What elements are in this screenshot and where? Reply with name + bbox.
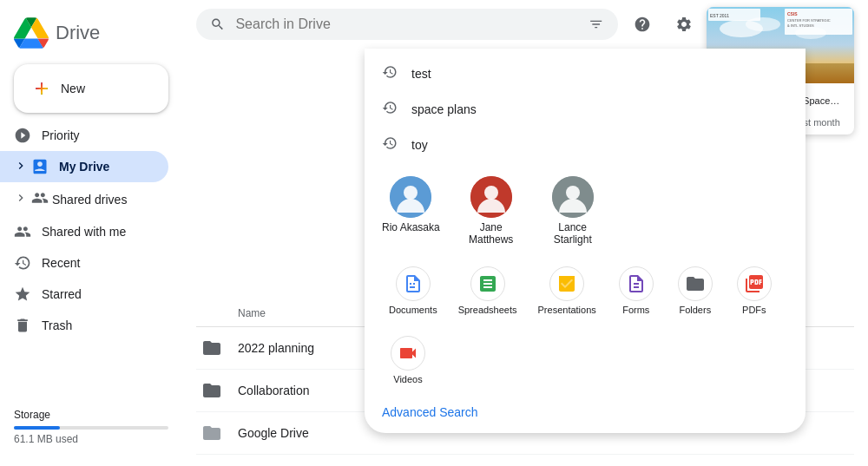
shared-with-me-icon <box>14 223 31 240</box>
recent-label: Recent <box>42 256 80 270</box>
new-plus-icon <box>31 78 52 99</box>
storage-label: Storage <box>14 409 168 421</box>
type-filters: Documents Spreadsheets Presentations <box>365 253 806 398</box>
sidebar-item-starred[interactable]: Starred <box>0 279 168 310</box>
filter-documents-icon <box>396 266 431 301</box>
recent-search-text-2: toy <box>411 138 428 152</box>
sidebar-item-shared-with-me[interactable]: Shared with me <box>0 216 168 247</box>
recent-search-item-0[interactable]: test <box>365 56 806 91</box>
filter-pdfs[interactable]: PDFs <box>728 259 780 322</box>
person-avatar-image-1 <box>470 176 512 218</box>
svg-text:EST 2011: EST 2011 <box>710 13 729 18</box>
sidebar: Drive New Priority <box>0 0 182 466</box>
new-button-label: New <box>61 82 85 95</box>
my-drive-label: My Drive <box>59 160 109 174</box>
filter-folders-icon <box>678 266 713 301</box>
my-drive-arrow <box>14 159 21 175</box>
search-dropdown: test space plans toy <box>365 49 806 433</box>
person-0[interactable]: Rio Akasaka <box>382 176 440 246</box>
person-avatar-image-0 <box>390 176 431 218</box>
search-bar[interactable] <box>196 9 618 40</box>
filter-videos-icon <box>391 336 425 371</box>
recent-icon <box>14 254 31 272</box>
logo-area: Drive <box>0 7 182 64</box>
folder-icon-2 <box>196 417 227 449</box>
filter-spreadsheets-icon <box>470 266 505 301</box>
advanced-search: Advanced Search <box>365 398 806 426</box>
storage-bar-bg <box>14 426 168 430</box>
filter-videos-label: Videos <box>393 374 422 384</box>
starred-label: Starred <box>42 287 82 301</box>
shared-with-me-label: Shared with me <box>42 225 126 239</box>
shared-drives-label: Shared drives <box>52 193 127 207</box>
settings-button[interactable] <box>667 7 701 42</box>
recent-search-text-0: test <box>411 67 431 81</box>
new-button[interactable]: New <box>14 64 168 113</box>
svg-text:CENTER FOR STRATEGIC: CENTER FOR STRATEGIC <box>787 18 831 23</box>
storage-section: Storage 61.1 MB used <box>0 395 182 459</box>
search-filter-icon[interactable] <box>589 16 603 33</box>
storage-used: 61.1 MB used <box>14 433 168 445</box>
trash-icon <box>14 317 31 334</box>
filter-presentations-label: Presentations <box>538 305 596 315</box>
clock-icon-2 <box>382 135 398 154</box>
person-2[interactable]: Lance Starlight <box>542 176 603 246</box>
person-avatar-0 <box>390 176 431 218</box>
shared-drives-icon <box>31 189 49 209</box>
person-name-0: Rio Akasaka <box>382 221 440 233</box>
svg-point-7 <box>566 186 580 200</box>
main-area: Google U test space plans <box>182 0 868 466</box>
sidebar-item-priority[interactable]: Priority <box>0 120 168 151</box>
recent-search-text-1: space plans <box>411 102 477 116</box>
person-avatar-image-2 <box>552 176 594 218</box>
priority-icon <box>14 127 31 144</box>
person-name-2: Lance Starlight <box>542 221 603 246</box>
svg-point-3 <box>404 186 418 200</box>
filter-pdfs-label: PDFs <box>742 305 766 315</box>
help-icon <box>634 16 651 33</box>
filter-folders-label: Folders <box>679 305 711 315</box>
search-icon <box>210 16 225 33</box>
filter-documents[interactable]: Documents <box>382 259 444 322</box>
sidebar-item-shared-drives[interactable]: Shared drives <box>0 182 168 216</box>
person-avatar-1 <box>470 176 512 218</box>
person-name-1: Jane Matthews <box>461 221 522 246</box>
person-avatar-2 <box>552 176 594 218</box>
filter-forms-label: Forms <box>622 305 649 315</box>
my-drive-icon <box>31 158 49 175</box>
storage-bar-fill <box>14 426 60 430</box>
settings-icon <box>675 16 693 33</box>
folder-icon-3 <box>196 460 227 466</box>
priority-label: Priority <box>42 128 80 142</box>
recent-search-item-2[interactable]: toy <box>365 127 806 162</box>
filter-spreadsheets[interactable]: Spreadsheets <box>451 259 524 322</box>
table-row[interactable]: Test me Sep 17, 2021 — <box>196 455 854 466</box>
folder-icon-0 <box>196 332 227 364</box>
logo-text: Drive <box>56 22 100 44</box>
people-section: Rio Akasaka Jane Matthews <box>365 169 806 253</box>
shared-drives-arrow <box>14 191 28 207</box>
svg-text:& INTL STUDIES: & INTL STUDIES <box>787 23 814 28</box>
search-input[interactable] <box>235 16 578 32</box>
filter-folders[interactable]: Folders <box>669 259 721 322</box>
sidebar-item-trash[interactable]: Trash <box>0 310 168 341</box>
recent-search-item-1[interactable]: space plans <box>365 91 806 127</box>
advanced-search-link[interactable]: Advanced Search <box>382 405 478 419</box>
svg-text:CSIS: CSIS <box>787 11 798 16</box>
starred-icon <box>14 286 31 303</box>
person-1[interactable]: Jane Matthews <box>461 176 522 246</box>
filter-videos[interactable]: Videos <box>382 329 434 391</box>
filter-spreadsheets-label: Spreadsheets <box>458 305 517 315</box>
filter-pdfs-icon <box>737 266 772 301</box>
sidebar-item-my-drive[interactable]: My Drive <box>0 151 168 182</box>
filter-documents-label: Documents <box>389 305 437 315</box>
filter-forms-icon <box>619 266 654 301</box>
drive-logo-icon <box>14 16 49 50</box>
sidebar-item-recent[interactable]: Recent <box>0 247 168 279</box>
recent-searches: test space plans toy <box>365 49 806 169</box>
svg-point-5 <box>484 186 498 200</box>
filter-presentations[interactable]: Presentations <box>531 259 603 322</box>
help-button[interactable] <box>625 7 660 42</box>
clock-icon-0 <box>382 64 398 82</box>
filter-forms[interactable]: Forms <box>610 259 662 322</box>
